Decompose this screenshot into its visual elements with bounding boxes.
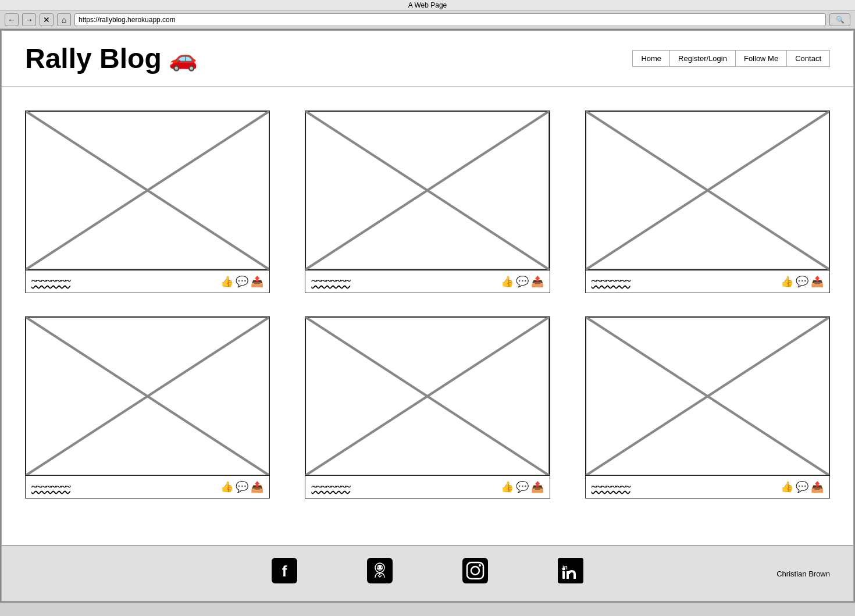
nav-register-login[interactable]: Register/Login [670, 51, 736, 66]
back-button[interactable]: ← [5, 13, 19, 26]
svg-text:f: f [282, 562, 287, 580]
comment-icon-6[interactable]: 💬 [796, 480, 808, 493]
blog-card-scribble-4: ~~~~~~~~ [31, 481, 217, 493]
card-action-icons-1: 👍 💬 📤 [220, 275, 263, 288]
card-action-icons-4: 👍 💬 📤 [220, 480, 263, 493]
card-action-icons-3: 👍 💬 📤 [781, 275, 824, 288]
blog-card-footer-1: ~~~~~~~~ 👍 💬 📤 [26, 270, 269, 293]
svg-rect-31 [562, 571, 565, 579]
blog-card-5: ~~~~~~~~ 👍 💬 📤 [305, 316, 550, 499]
share-icon-6[interactable]: 📤 [811, 480, 824, 493]
svg-rect-25 [462, 558, 488, 583]
blog-card-2: ~~~~~~~~ 👍 💬 📤 [305, 111, 550, 293]
browser-toolbar: ← → ✕ ⌂ 🔍 [0, 11, 855, 29]
blog-card-4: ~~~~~~~~ 👍 💬 📤 [25, 316, 270, 499]
blog-card-image-1[interactable] [26, 111, 269, 270]
comment-icon-4[interactable]: 💬 [236, 480, 248, 493]
share-icon-2[interactable]: 📤 [531, 275, 544, 288]
blog-card-image-6[interactable] [586, 317, 829, 476]
svg-point-24 [381, 567, 382, 568]
outer-wrapper: Rally Blog 🚗 Home Register/Login Follow … [0, 29, 855, 603]
page-wrapper: Rally Blog 🚗 Home Register/Login Follow … [1, 30, 854, 601]
blog-card-scribble-5: ~~~~~~~~ [311, 481, 497, 493]
url-bar[interactable] [74, 13, 826, 26]
blog-card-1: ~~~~~~~~ 👍 💬 📤 [25, 111, 270, 293]
blog-card-footer-2: ~~~~~~~~ 👍 💬 📤 [305, 270, 549, 293]
site-title-area: Rally Blog 🚗 [25, 42, 198, 74]
stop-button[interactable]: ✕ [40, 13, 54, 26]
like-icon-1[interactable]: 👍 [220, 275, 233, 288]
blog-card-3: ~~~~~~~~ 👍 💬 📤 [585, 111, 830, 293]
blog-card-footer-6: ~~~~~~~~ 👍 💬 📤 [586, 476, 829, 498]
nav-home[interactable]: Home [633, 51, 670, 66]
nav-menu: Home Register/Login Follow Me Contact [632, 50, 830, 67]
nav-follow-me[interactable]: Follow Me [736, 51, 787, 66]
svg-point-23 [377, 567, 379, 568]
blog-card-scribble-3: ~~~~~~~~ [592, 275, 777, 287]
browser-search-button[interactable]: 🔍 [829, 13, 850, 26]
github-icon[interactable] [367, 558, 393, 589]
svg-point-28 [479, 564, 481, 567]
share-icon-4[interactable]: 📤 [251, 480, 263, 493]
site-header: Rally Blog 🚗 Home Register/Login Follow … [2, 31, 853, 87]
card-action-icons-2: 👍 💬 📤 [501, 275, 544, 288]
browser-title: A Web Page [408, 1, 447, 9]
instagram-icon[interactable] [462, 558, 488, 589]
site-footer: f [2, 545, 853, 601]
svg-point-33 [562, 568, 565, 571]
blog-card-footer-5: ~~~~~~~~ 👍 💬 📤 [305, 476, 549, 498]
site-title: Rally Blog [25, 42, 162, 74]
like-icon-4[interactable]: 👍 [220, 480, 233, 493]
blog-card-image-4[interactable] [26, 317, 269, 476]
facebook-icon[interactable]: f [272, 558, 297, 589]
blog-card-footer-4: ~~~~~~~~ 👍 💬 📤 [26, 476, 269, 498]
comment-icon-3[interactable]: 💬 [796, 275, 808, 288]
car-icon: 🚗 [169, 45, 198, 72]
forward-button[interactable]: → [22, 13, 36, 26]
svg-point-22 [377, 565, 383, 571]
share-icon-5[interactable]: 📤 [531, 480, 544, 493]
like-icon-6[interactable]: 👍 [781, 480, 793, 493]
comment-icon-1[interactable]: 💬 [236, 275, 248, 288]
blog-card-scribble-2: ~~~~~~~~ [311, 275, 497, 287]
share-icon-1[interactable]: 📤 [251, 275, 263, 288]
content-area: ~~~~~~~~ 👍 💬 📤 [2, 87, 853, 522]
blog-card-image-5[interactable] [305, 317, 549, 476]
footer-credit: Christian Brown [776, 569, 830, 578]
card-action-icons-5: 👍 💬 📤 [501, 480, 544, 493]
comment-icon-2[interactable]: 💬 [516, 275, 529, 288]
nav-contact[interactable]: Contact [787, 51, 829, 66]
home-button[interactable]: ⌂ [57, 13, 71, 26]
blog-card-scribble-1: ~~~~~~~~ [31, 275, 217, 287]
blog-grid: ~~~~~~~~ 👍 💬 📤 [25, 111, 830, 499]
blog-card-scribble-6: ~~~~~~~~ [592, 481, 777, 493]
blog-card-footer-3: ~~~~~~~~ 👍 💬 📤 [586, 270, 829, 293]
share-icon-3[interactable]: 📤 [811, 275, 824, 288]
blog-card-6: ~~~~~~~~ 👍 💬 📤 [585, 316, 830, 499]
blog-card-image-2[interactable] [305, 111, 549, 270]
blog-card-image-3[interactable] [586, 111, 829, 270]
card-action-icons-6: 👍 💬 📤 [781, 480, 824, 493]
like-icon-5[interactable]: 👍 [501, 480, 514, 493]
browser-title-bar: A Web Page [0, 0, 855, 11]
linkedin-icon[interactable]: in [558, 558, 583, 589]
like-icon-2[interactable]: 👍 [501, 275, 514, 288]
like-icon-3[interactable]: 👍 [781, 275, 793, 288]
comment-icon-5[interactable]: 💬 [516, 480, 529, 493]
